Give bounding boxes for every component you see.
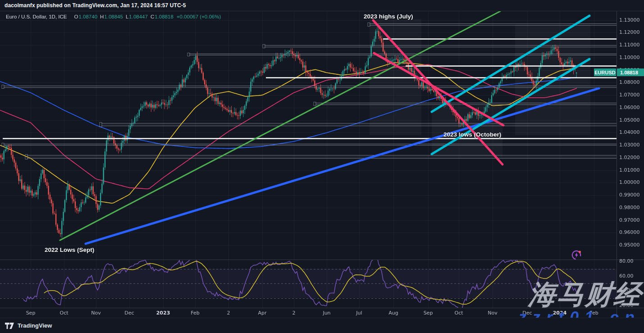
close-label: C xyxy=(151,14,154,19)
change-value: +0.00067 (+0.06%) xyxy=(177,14,221,19)
published-chart-page: dacolmanfx published on TradingView.com,… xyxy=(0,0,644,333)
price-axis[interactable] xyxy=(617,11,644,318)
high-value: 1.08845 xyxy=(104,14,123,19)
annotation-2023-lows: 2023 lows (October) xyxy=(443,131,501,138)
close-value: 1.08818 xyxy=(155,14,174,19)
lightning-badge-icon xyxy=(571,249,583,261)
high-label: H xyxy=(100,14,104,19)
attribution-text: dacolmanfx published on TradingView.com,… xyxy=(5,2,186,9)
symbol-price-tag: EURUSD xyxy=(594,68,616,76)
chart-area: Euro / U.S. Dollar, 1D, ICEO1.08740H1.08… xyxy=(0,11,644,318)
tradingview-logo-icon[interactable] xyxy=(5,322,14,329)
annotation-2023-highs: 2023 highs (July) xyxy=(364,13,413,20)
footer-bar: TradingView xyxy=(0,318,644,333)
low-label: L xyxy=(126,14,128,19)
time-axis[interactable] xyxy=(0,308,617,318)
low-value: 1.08447 xyxy=(129,14,148,19)
open-value: 1.08740 xyxy=(78,14,97,19)
symbol-legend: Euro / U.S. Dollar, 1D, ICEO1.08740H1.08… xyxy=(6,14,221,19)
publication-header: dacolmanfx published on TradingView.com,… xyxy=(0,0,644,11)
annotation-2022-lows: 2022 Lows (Sept) xyxy=(45,246,94,253)
tradingview-brand-link[interactable]: TradingView xyxy=(18,322,52,329)
open-label: O xyxy=(74,14,78,19)
symbol-description: Euro / U.S. Dollar, 1D, ICE xyxy=(6,14,67,19)
price-chart-canvas[interactable] xyxy=(0,11,644,318)
